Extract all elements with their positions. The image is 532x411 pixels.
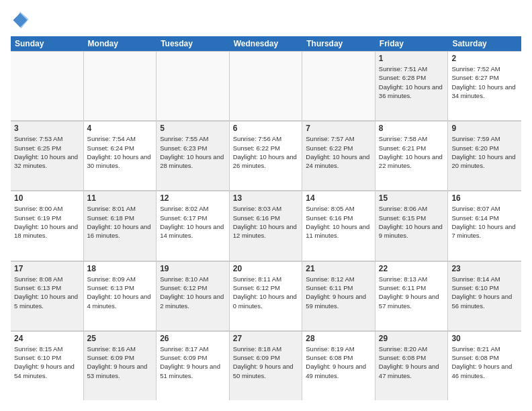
day-number: 9	[451, 124, 518, 133]
day-info: Sunrise: 8:17 AM Sunset: 6:09 PM Dayligh…	[160, 345, 226, 380]
cal-cell: 8Sunrise: 7:58 AM Sunset: 6:21 PM Daylig…	[375, 121, 449, 190]
day-number: 28	[306, 334, 371, 343]
cal-cell	[302, 51, 375, 120]
cal-cell	[84, 51, 157, 120]
calendar: SundayMondayTuesdayWednesdayThursdayFrid…	[11, 36, 521, 400]
cal-cell: 1Sunrise: 7:51 AM Sunset: 6:28 PM Daylig…	[375, 51, 449, 120]
cal-week-0: 1Sunrise: 7:51 AM Sunset: 6:28 PM Daylig…	[11, 51, 521, 121]
day-info: Sunrise: 7:54 AM Sunset: 6:24 PM Dayligh…	[87, 134, 153, 170]
cal-cell: 29Sunrise: 8:20 AM Sunset: 6:08 PM Dayli…	[375, 331, 449, 400]
cal-header-thursday: Thursday	[302, 36, 375, 51]
cal-cell: 27Sunrise: 8:18 AM Sunset: 6:09 PM Dayli…	[230, 331, 303, 400]
day-info: Sunrise: 8:08 AM Sunset: 6:13 PM Dayligh…	[14, 275, 80, 310]
day-info: Sunrise: 8:01 AM Sunset: 6:18 PM Dayligh…	[87, 204, 153, 240]
day-info: Sunrise: 7:55 AM Sunset: 6:23 PM Dayligh…	[160, 134, 226, 170]
day-info: Sunrise: 7:56 AM Sunset: 6:22 PM Dayligh…	[233, 134, 299, 170]
cal-cell: 20Sunrise: 8:11 AM Sunset: 6:12 PM Dayli…	[230, 261, 303, 330]
day-number: 19	[160, 264, 226, 273]
day-info: Sunrise: 8:10 AM Sunset: 6:12 PM Dayligh…	[160, 275, 226, 310]
cal-week-1: 3Sunrise: 7:53 AM Sunset: 6:25 PM Daylig…	[11, 121, 521, 191]
day-info: Sunrise: 8:21 AM Sunset: 6:08 PM Dayligh…	[451, 345, 518, 380]
day-info: Sunrise: 7:51 AM Sunset: 6:28 PM Dayligh…	[379, 64, 445, 100]
logo-icon	[11, 11, 30, 30]
day-number: 10	[14, 193, 80, 203]
day-info: Sunrise: 8:02 AM Sunset: 6:17 PM Dayligh…	[160, 204, 226, 240]
cal-cell: 4Sunrise: 7:54 AM Sunset: 6:24 PM Daylig…	[84, 121, 157, 190]
cal-cell: 15Sunrise: 8:06 AM Sunset: 6:15 PM Dayli…	[375, 191, 449, 260]
day-number: 18	[87, 264, 153, 273]
day-number: 5	[160, 124, 226, 133]
day-info: Sunrise: 8:14 AM Sunset: 6:10 PM Dayligh…	[451, 275, 518, 310]
day-number: 7	[306, 124, 371, 133]
day-number: 21	[306, 264, 371, 273]
cal-cell: 9Sunrise: 7:59 AM Sunset: 6:20 PM Daylig…	[448, 121, 521, 190]
day-info: Sunrise: 8:16 AM Sunset: 6:09 PM Dayligh…	[87, 345, 153, 380]
day-info: Sunrise: 7:58 AM Sunset: 6:21 PM Dayligh…	[379, 134, 445, 170]
day-info: Sunrise: 7:57 AM Sunset: 6:22 PM Dayligh…	[306, 134, 371, 170]
cal-cell: 19Sunrise: 8:10 AM Sunset: 6:12 PM Dayli…	[157, 261, 230, 330]
calendar-body: 1Sunrise: 7:51 AM Sunset: 6:28 PM Daylig…	[11, 51, 521, 400]
day-number: 8	[379, 124, 445, 133]
day-number: 24	[14, 334, 80, 343]
day-number: 26	[160, 334, 226, 343]
day-info: Sunrise: 8:05 AM Sunset: 6:16 PM Dayligh…	[306, 204, 371, 240]
cal-cell: 12Sunrise: 8:02 AM Sunset: 6:17 PM Dayli…	[157, 191, 230, 260]
day-info: Sunrise: 8:13 AM Sunset: 6:11 PM Dayligh…	[379, 275, 445, 310]
cal-week-4: 24Sunrise: 8:15 AM Sunset: 6:10 PM Dayli…	[11, 331, 521, 400]
day-number: 4	[87, 124, 153, 133]
day-info: Sunrise: 8:03 AM Sunset: 6:16 PM Dayligh…	[233, 204, 299, 240]
day-info: Sunrise: 8:06 AM Sunset: 6:15 PM Dayligh…	[379, 204, 445, 240]
cal-cell: 13Sunrise: 8:03 AM Sunset: 6:16 PM Dayli…	[230, 191, 303, 260]
day-number: 25	[87, 334, 153, 343]
day-number: 30	[451, 334, 518, 343]
cal-cell: 11Sunrise: 8:01 AM Sunset: 6:18 PM Dayli…	[84, 191, 157, 260]
cal-cell: 23Sunrise: 8:14 AM Sunset: 6:10 PM Dayli…	[448, 261, 521, 330]
cal-cell: 24Sunrise: 8:15 AM Sunset: 6:10 PM Dayli…	[11, 331, 84, 400]
day-info: Sunrise: 8:11 AM Sunset: 6:12 PM Dayligh…	[233, 275, 299, 310]
cal-cell: 3Sunrise: 7:53 AM Sunset: 6:25 PM Daylig…	[11, 121, 84, 190]
cal-cell	[11, 51, 84, 120]
cal-week-3: 17Sunrise: 8:08 AM Sunset: 6:13 PM Dayli…	[11, 261, 521, 331]
cal-cell: 2Sunrise: 7:52 AM Sunset: 6:27 PM Daylig…	[448, 51, 521, 120]
cal-week-2: 10Sunrise: 8:00 AM Sunset: 6:19 PM Dayli…	[11, 191, 521, 261]
day-info: Sunrise: 8:18 AM Sunset: 6:09 PM Dayligh…	[233, 345, 299, 380]
day-number: 29	[379, 334, 445, 343]
day-number: 1	[379, 54, 445, 63]
day-info: Sunrise: 8:20 AM Sunset: 6:08 PM Dayligh…	[379, 345, 445, 380]
cal-header-saturday: Saturday	[448, 36, 521, 51]
cal-cell: 25Sunrise: 8:16 AM Sunset: 6:09 PM Dayli…	[84, 331, 157, 400]
cal-cell: 5Sunrise: 7:55 AM Sunset: 6:23 PM Daylig…	[157, 121, 230, 190]
day-info: Sunrise: 8:15 AM Sunset: 6:10 PM Dayligh…	[14, 345, 80, 380]
day-number: 2	[451, 54, 518, 63]
day-info: Sunrise: 8:12 AM Sunset: 6:11 PM Dayligh…	[306, 275, 371, 310]
cal-cell: 14Sunrise: 8:05 AM Sunset: 6:16 PM Dayli…	[302, 191, 375, 260]
cal-cell: 16Sunrise: 8:07 AM Sunset: 6:14 PM Dayli…	[448, 191, 521, 260]
day-info: Sunrise: 7:59 AM Sunset: 6:20 PM Dayligh…	[451, 134, 518, 170]
day-number: 11	[87, 193, 153, 203]
day-info: Sunrise: 8:07 AM Sunset: 6:14 PM Dayligh…	[451, 204, 518, 240]
day-number: 15	[379, 193, 445, 203]
day-number: 6	[233, 124, 299, 133]
day-number: 12	[160, 193, 226, 203]
day-number: 20	[233, 264, 299, 273]
cal-cell: 6Sunrise: 7:56 AM Sunset: 6:22 PM Daylig…	[230, 121, 303, 190]
day-number: 17	[14, 264, 80, 273]
day-number: 16	[451, 193, 518, 203]
cal-cell: 17Sunrise: 8:08 AM Sunset: 6:13 PM Dayli…	[11, 261, 84, 330]
day-info: Sunrise: 7:52 AM Sunset: 6:27 PM Dayligh…	[451, 64, 518, 100]
day-number: 22	[379, 264, 445, 273]
cal-cell: 21Sunrise: 8:12 AM Sunset: 6:11 PM Dayli…	[302, 261, 375, 330]
cal-cell: 10Sunrise: 8:00 AM Sunset: 6:19 PM Dayli…	[11, 191, 84, 260]
cal-header-monday: Monday	[84, 36, 157, 51]
day-number: 23	[451, 264, 518, 273]
cal-cell: 18Sunrise: 8:09 AM Sunset: 6:13 PM Dayli…	[84, 261, 157, 330]
day-number: 13	[233, 193, 299, 203]
calendar-header: SundayMondayTuesdayWednesdayThursdayFrid…	[11, 36, 521, 51]
cal-cell: 22Sunrise: 8:13 AM Sunset: 6:11 PM Dayli…	[375, 261, 449, 330]
cal-header-wednesday: Wednesday	[230, 36, 303, 51]
day-info: Sunrise: 8:09 AM Sunset: 6:13 PM Dayligh…	[87, 275, 153, 310]
cal-cell: 26Sunrise: 8:17 AM Sunset: 6:09 PM Dayli…	[157, 331, 230, 400]
cal-cell: 30Sunrise: 8:21 AM Sunset: 6:08 PM Dayli…	[448, 331, 521, 400]
day-number: 14	[306, 193, 371, 203]
svg-marker-1	[15, 11, 29, 28]
